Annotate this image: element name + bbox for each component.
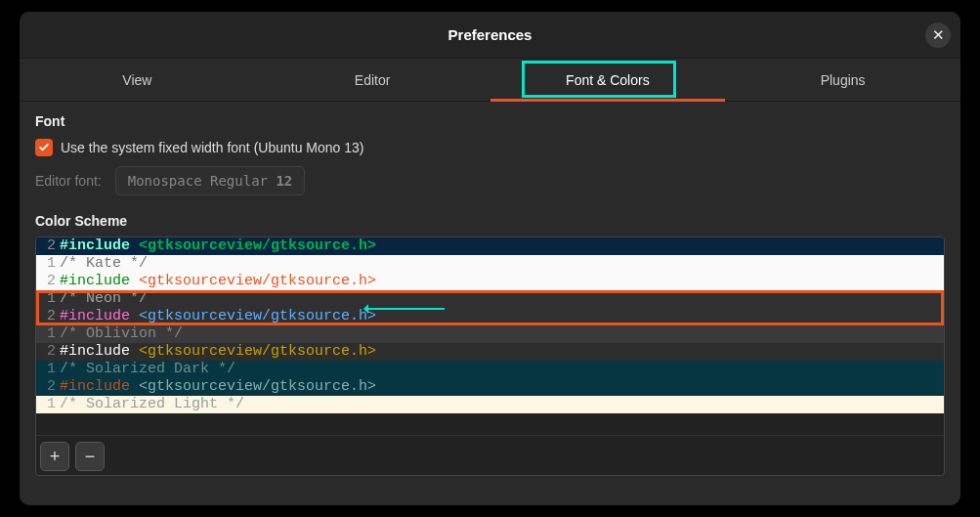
keyword: #include xyxy=(60,378,139,395)
tabs: View Editor Font & Colors Plugins xyxy=(20,59,960,102)
tab-editor[interactable]: Editor xyxy=(255,59,490,101)
editor-font-row: Editor font: Monospace Regular 12 xyxy=(35,166,945,195)
font-heading: Font xyxy=(35,113,945,129)
comment: /* Oblivion */ xyxy=(60,325,183,342)
remove-scheme-button[interactable]: − xyxy=(75,442,105,471)
comment: /* Neon */ xyxy=(60,290,148,307)
editor-font-button[interactable]: Monospace Regular 12 xyxy=(115,166,306,195)
include-path: <gtksourceview/gtksource.h> xyxy=(139,237,376,254)
preferences-window: Preferences ✕ View Editor Font & Colors … xyxy=(20,12,960,505)
line-number: 2 xyxy=(40,343,60,361)
comment: /* Kate */ xyxy=(60,255,148,272)
tab-label: Font & Colors xyxy=(566,72,650,88)
line-number: 2 xyxy=(40,308,60,325)
scheme-item-neon[interactable]: 1/* Neon */ 2#include <gtksourceview/gtk… xyxy=(36,290,944,325)
tab-plugins[interactable]: Plugins xyxy=(725,59,960,101)
line-number: 1 xyxy=(40,396,60,413)
scheme-toolbar: + − xyxy=(36,435,944,475)
comment: /* Solarized Light */ xyxy=(60,396,244,412)
close-icon: ✕ xyxy=(932,26,945,44)
scheme-item-oblivion[interactable]: 1/* Oblivion */ 2#include <gtksourceview… xyxy=(36,325,944,361)
editor-font-name: Monospace Regular xyxy=(128,173,277,189)
color-scheme-viewport[interactable]: 2#include <gtksourceview/gtksource.h> 1/… xyxy=(36,237,944,435)
close-button[interactable]: ✕ xyxy=(925,22,951,48)
comment: /* Solarized Dark */ xyxy=(60,361,235,377)
color-scheme-heading: Color Scheme xyxy=(35,213,945,229)
scheme-item-classic[interactable]: 2#include <gtksourceview/gtksource.h> xyxy=(36,237,944,255)
line-number: 1 xyxy=(40,255,60,273)
use-system-font-label: Use the system fixed width font (Ubuntu … xyxy=(61,140,363,155)
tab-label: Editor xyxy=(355,72,391,88)
scheme-item-solarized-light[interactable]: 1/* Solarized Light */ xyxy=(36,396,944,413)
color-scheme-list: 2#include <gtksourceview/gtksource.h> 1/… xyxy=(35,237,945,476)
content: Font Use the system fixed width font (Ub… xyxy=(20,102,960,505)
plus-icon: + xyxy=(50,447,61,467)
scheme-item-kate[interactable]: 1/* Kate */ 2#include <gtksourceview/gtk… xyxy=(36,255,944,290)
tab-view[interactable]: View xyxy=(20,59,255,101)
check-icon xyxy=(38,142,50,153)
line-number: 2 xyxy=(40,273,60,290)
add-scheme-button[interactable]: + xyxy=(40,442,69,471)
include-path: <gtksourceview/gtksource.h> xyxy=(139,308,376,324)
line-number: 2 xyxy=(40,237,60,255)
tab-label: View xyxy=(122,72,151,88)
line-number: 1 xyxy=(40,325,60,343)
editor-font-label: Editor font: xyxy=(35,173,102,189)
tab-font-colors[interactable]: Font & Colors xyxy=(490,59,726,101)
line-number: 2 xyxy=(40,378,60,396)
editor-font-size: 12 xyxy=(276,173,292,189)
include-path: <gtksourceview/gtksource.h> xyxy=(139,273,376,289)
keyword: #include xyxy=(60,273,139,289)
tab-label: Plugins xyxy=(821,72,866,88)
titlebar: Preferences ✕ xyxy=(20,12,960,59)
line-number: 1 xyxy=(40,290,60,308)
use-system-font-row[interactable]: Use the system fixed width font (Ubuntu … xyxy=(35,139,945,156)
line-number: 1 xyxy=(40,361,60,378)
keyword: #include xyxy=(60,343,139,360)
window-title: Preferences xyxy=(448,26,533,43)
include-path: <gtksourceview/gtksource.h> xyxy=(139,343,376,360)
minus-icon: − xyxy=(85,447,96,467)
keyword: #include xyxy=(60,308,139,324)
include-path: <gtksourceview/gtksource.h> xyxy=(139,378,376,395)
use-system-font-checkbox[interactable] xyxy=(35,139,53,156)
keyword: #include xyxy=(60,237,139,254)
scheme-item-solarized-dark[interactable]: 1/* Solarized Dark */ 2#include <gtksour… xyxy=(36,361,944,396)
